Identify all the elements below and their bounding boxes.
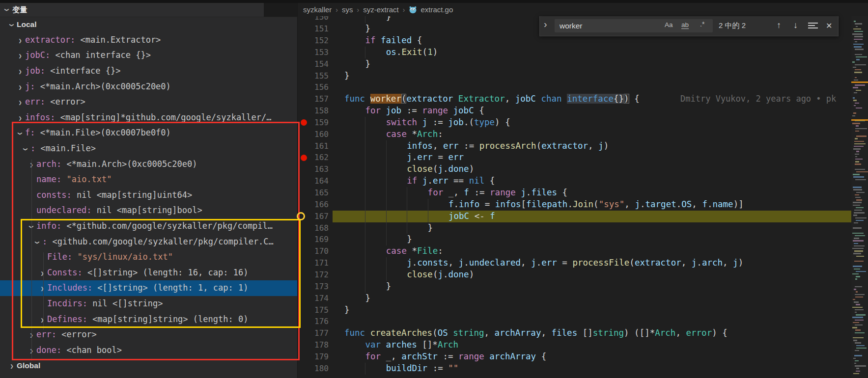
code-line-157[interactable]: 157func worker(extractor Extractor, jobC…	[298, 93, 851, 105]
chevron-right-icon[interactable]: ❯	[18, 53, 22, 59]
line-number[interactable]: 179	[298, 351, 329, 363]
variable-row-name[interactable]: name: "aio.txt"	[0, 172, 298, 188]
line-number[interactable]: 170	[298, 245, 329, 257]
variable-row-Incdirs[interactable]: Incdirs: nil <[]string>	[0, 296, 298, 312]
code-line-156[interactable]: 156	[298, 81, 851, 93]
scope-row-global[interactable]: ❯Global	[0, 358, 298, 374]
scope-row-local[interactable]: ❯Local	[0, 17, 298, 32]
code-line-159[interactable]: 159switch j := job.(type) {	[298, 117, 851, 129]
previous-match-icon[interactable]: ↑	[777, 20, 781, 30]
variable-row-Includes[interactable]: ❯Includes: <[]string> (length: 1, cap: 1…	[0, 280, 298, 296]
code-line-173[interactable]: 173}	[298, 281, 851, 293]
code-line-167[interactable]: 167jobC <- f	[298, 211, 851, 222]
line-number[interactable]: 178	[298, 339, 329, 351]
line-number[interactable]: 175	[298, 304, 329, 316]
line-number[interactable]: 156	[298, 81, 329, 93]
breadcrumb-item-syz-extract[interactable]: syz-extract	[362, 5, 400, 14]
variable-row-j[interactable]: ❯j: <*main.Arch>(0xc0005c20e0)	[0, 79, 298, 95]
code-line-164[interactable]: 164if j.err == nil {	[298, 175, 851, 187]
code-line-174[interactable]: 174}	[298, 293, 851, 304]
chevron-right-icon[interactable]: ❯	[18, 69, 22, 75]
close-icon[interactable]: ✕	[826, 21, 832, 30]
code-line-179[interactable]: 179for _, archStr := range archArray {	[298, 351, 851, 363]
chevron-right-icon[interactable]: ❯	[18, 84, 22, 90]
code-line-176[interactable]: 176	[298, 316, 851, 327]
line-number[interactable]: 161	[298, 140, 329, 152]
line-number[interactable]: 163	[298, 163, 329, 175]
line-number[interactable]: 158	[298, 105, 329, 117]
line-number[interactable]: 180	[298, 363, 329, 375]
find-in-selection-icon[interactable]	[808, 23, 818, 29]
variable-row-info[interactable]: ❯info: <*github.com/google/syzkaller/pkg…	[0, 218, 298, 234]
code-line-175[interactable]: 175}	[298, 304, 851, 316]
find-expand-chevron-icon[interactable]: ›	[544, 19, 547, 30]
breadcrumb-file-name[interactable]: extract.go	[420, 5, 454, 14]
code-line-170[interactable]: 170case *File:	[298, 245, 851, 257]
code-line-180[interactable]: 180buildDir := ""	[298, 363, 851, 375]
code-editor[interactable]: 150}151}152if failed {153os.Exit(1)154}1…	[298, 11, 851, 378]
whole-word-icon[interactable]: ab	[681, 21, 689, 29]
code-line-163[interactable]: 163close(j.done)	[298, 163, 851, 175]
breadcrumb-item-sys[interactable]: sys	[341, 5, 354, 14]
code-line-171[interactable]: 171j.consts, j.undeclared, j.err = proce…	[298, 257, 851, 269]
code-line-165[interactable]: 165for _, f := range j.files {	[298, 187, 851, 199]
variable-row-extractor[interactable]: ❯extractor: <main.Extractor>	[0, 32, 298, 48]
variable-row-arch[interactable]: ❯arch: <*main.Arch>(0xc0005c20e0)	[0, 157, 298, 172]
line-number[interactable]: 152	[298, 35, 329, 47]
line-number[interactable]: 155	[298, 70, 329, 82]
code-line-154[interactable]: 154}	[298, 58, 851, 70]
variable-row-f[interactable]: ❯f: <*main.File>(0xc0007be0f0)	[0, 125, 298, 141]
code-line-162[interactable]: 162j.err = err	[298, 152, 851, 163]
line-number[interactable]: 171	[298, 257, 329, 269]
code-line-177[interactable]: 177func createArches(OS string, archArra…	[298, 327, 851, 339]
variable-row-anon[interactable]: ❯: <github.com/google/syzkaller/pkg/comp…	[0, 234, 298, 250]
line-number[interactable]: 166	[298, 199, 329, 211]
line-number[interactable]: 151	[298, 23, 329, 35]
line-number[interactable]: 153	[298, 47, 329, 58]
match-case-icon[interactable]: Aa	[665, 21, 673, 28]
chevron-down-icon[interactable]: ❯	[23, 147, 28, 151]
line-number[interactable]: 177	[298, 327, 329, 339]
code-line-178[interactable]: 178var arches []*Arch	[298, 339, 851, 351]
line-number[interactable]: 168	[298, 222, 329, 234]
code-line-152[interactable]: 152if failed {	[298, 35, 851, 47]
chevron-right-icon[interactable]: ❯	[18, 115, 22, 121]
code-line-153[interactable]: 153os.Exit(1)	[298, 47, 851, 58]
code-line-158[interactable]: 158for job := range jobC {	[298, 105, 851, 117]
line-number[interactable]: 165	[298, 187, 329, 199]
next-match-icon[interactable]: ↓	[793, 20, 798, 30]
line-number[interactable]: 159	[298, 117, 329, 129]
variable-row-err[interactable]: ❯err: <error>	[0, 327, 298, 343]
code-line-172[interactable]: 172close(j.done)	[298, 269, 851, 281]
line-number[interactable]: 160	[298, 129, 329, 140]
line-number[interactable]: 157	[298, 93, 329, 105]
line-number[interactable]: 172	[298, 269, 329, 281]
minimap[interactable]	[851, 16, 868, 378]
variable-row-undeclared[interactable]: undeclared: nil <map[string]bool>	[0, 203, 298, 218]
chevron-down-icon[interactable]: ❯	[9, 24, 15, 27]
chevron-right-icon[interactable]: ❯	[10, 363, 13, 369]
code-line-161[interactable]: 161infos, err := processArch(extractor, …	[298, 140, 851, 152]
variable-row-err[interactable]: ❯err: <error>	[0, 94, 298, 110]
variables-panel-header[interactable]: ❯ 变量	[0, 3, 298, 17]
chevron-right-icon[interactable]: ❯	[18, 38, 22, 44]
line-number[interactable]: 173	[298, 281, 329, 293]
line-number[interactable]: 174	[298, 293, 329, 304]
chevron-right-icon[interactable]: ❯	[18, 100, 22, 106]
variable-row-jobC[interactable]: ❯jobC: <chan interface {}>	[0, 48, 298, 63]
code-line-166[interactable]: 166f.info = infos[filepath.Join("sys", j…	[298, 199, 851, 211]
find-input[interactable]	[555, 19, 713, 32]
line-number[interactable]: 154	[298, 58, 329, 70]
line-number[interactable]: 162	[298, 152, 329, 163]
variable-row-File[interactable]: File: "sys/linux/aio.txt"	[0, 249, 298, 265]
chevron-down-icon[interactable]: ❯	[34, 241, 40, 244]
variable-row-Defines[interactable]: ❯Defines: <map[string]string> (length: 0…	[0, 312, 298, 327]
regex-icon[interactable]: .*	[700, 20, 704, 28]
variable-row-done[interactable]: ❯done: <chan bool>	[0, 343, 298, 358]
code-line-160[interactable]: 160case *Arch:	[298, 129, 851, 140]
variable-row-job[interactable]: ❯job: <interface {}>	[0, 63, 298, 79]
variable-row-infos[interactable]: ❯infos: <map[string]*github.com/google/s…	[0, 110, 298, 126]
code-line-168[interactable]: 168}	[298, 222, 851, 234]
chevron-down-icon[interactable]: ❯	[17, 132, 23, 135]
line-number[interactable]: 164	[298, 175, 329, 187]
